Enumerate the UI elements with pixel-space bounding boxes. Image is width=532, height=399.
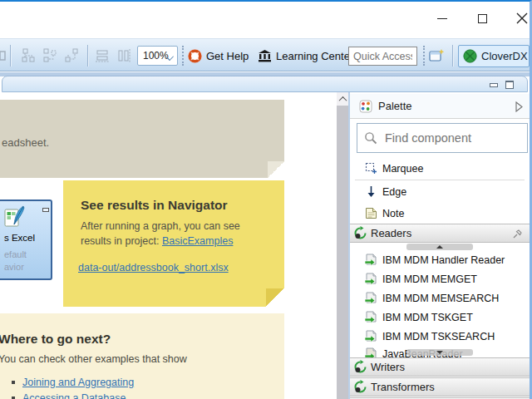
navigator-sticky-note[interactable]: See results in Navigator After running a… [63,180,284,307]
palette-tool-note[interactable]: Note [350,203,530,224]
palette-header[interactable]: Palette [350,94,530,119]
distribute-columns-icon[interactable] [115,47,133,65]
cloverdx-logo-icon [463,49,477,63]
palette-item-reader[interactable]: IBM MDM MEMSEARCH [350,288,530,308]
learning-center-button[interactable]: Learning Center [258,46,353,66]
close-icon [516,12,528,24]
marquee-icon [364,162,377,175]
toolbar-drag-handle [423,46,425,66]
palette-item-reader[interactable]: IBM MDM MEMGET [350,269,530,288]
palette-item-reader[interactable]: IBM MDM TSKGET [350,308,530,327]
toolbar-drag-handle [182,46,184,66]
tan-sticky-note[interactable]: eadsheet. [0,100,284,178]
maximize-icon [478,14,487,23]
quick-access-input[interactable] [348,47,417,66]
palette-tool-marquee[interactable]: Marquee [350,158,530,179]
open-perspective-button[interactable] [427,47,446,65]
file-link-row: data-out/addressbook_short.xlsx [78,262,229,273]
pin-icon[interactable] [512,229,523,239]
toolbar-partial-icon[interactable] [0,47,7,65]
palette-item-reader[interactable]: IBM MDM TSKSEARCH [350,327,530,346]
get-help-button[interactable]: Get Help [188,46,249,66]
scrollbar-thumb[interactable] [337,106,348,399]
section-label: Writers [371,361,405,373]
graph-editor-canvas[interactable]: eadsheet. s Excel efault avior See resul… [0,92,337,399]
view-maximize-icon [505,81,514,89]
palette-tool-label: Marquee [382,163,423,175]
note-title: See results in Navigator [81,198,228,213]
layout-tree-icon[interactable] [20,47,38,65]
palette-item-label: IBM MDM Handler Reader [382,254,505,266]
addressbook-file-link[interactable]: data-out/addressbook_short.xlsx [78,262,229,273]
palette-item-label: IBM MDM TSKSEARCH [382,331,495,342]
toolbar-separator [87,45,89,66]
layout-grid-icon[interactable] [63,47,81,65]
note-icon [364,207,377,219]
where-next-note[interactable]: Where to go next? You can check other ex… [0,313,284,399]
example-links-list: Joining and Aggregating Accessing a Data… [12,377,134,399]
note-body-line2-prefix: results in project: [81,235,162,247]
list-item: Joining and Aggregating [12,377,134,388]
find-component-box[interactable] [357,123,528,153]
transformers-category-icon [353,380,367,394]
palette-separator [355,180,525,180]
component-subtext-2: avior [4,262,24,272]
distribute-rows-icon[interactable] [93,47,111,65]
chevron-right-icon[interactable] [515,101,523,112]
zoom-level-value: 100% [143,50,169,62]
learning-center-label: Learning Center [276,50,353,62]
basic-examples-link[interactable]: BasicExamples [162,235,233,247]
note-folded-corner [266,288,284,307]
palette-tool-label: Note [382,208,404,219]
palette-section-writers[interactable]: Writers [350,357,530,377]
canvas-vertical-scrollbar[interactable] [337,92,348,399]
cloverdx-perspective-label: CloverDX [481,50,528,62]
list-item: Accessing a Database [12,392,134,399]
window-minimize-button[interactable] [430,8,455,28]
palette-tool-label: Edge [382,186,406,198]
reader-icon [364,273,377,285]
palette-item-label: IBM MDM MEMSEARCH [382,293,499,304]
component-subtext-1: efault [4,249,27,259]
bullet-icon [12,381,15,384]
note-title: Where to go next? [0,332,111,347]
triangle-up-icon [436,245,443,249]
find-component-input[interactable] [383,131,516,145]
palette-section-transformers[interactable]: Transformers [350,377,530,397]
section-label: Transformers [371,381,435,393]
application-window: 100% Get Help Learning Center [0,0,532,399]
chevron-up-icon [338,96,347,104]
palette-item-reader[interactable]: IBM MDM Handler Reader [350,250,530,269]
toolbar-separator [452,45,454,66]
view-maximize-button[interactable] [504,80,515,90]
component-port[interactable] [42,208,49,212]
get-help-label: Get Help [206,50,249,62]
main-toolbar: 100% Get Help Learning Center [0,38,530,71]
note-folded-corner [268,161,284,178]
window-close-button[interactable] [510,8,532,28]
reader-icon [364,311,377,323]
accessing-database-link[interactable]: Accessing a Database [22,392,126,399]
minimize-icon [437,18,447,19]
joining-aggregating-link[interactable]: Joining and Aggregating [22,377,134,388]
museum-icon [258,50,272,62]
palette-scroll-up-button[interactable] [406,244,473,250]
window-maximize-button[interactable] [470,8,495,28]
palette-section-readers[interactable]: Readers [350,224,530,243]
writers-category-icon [353,360,367,374]
scrollbar-up-button[interactable] [337,92,348,106]
palette-item-label: IBM MDM MEMGET [382,273,477,285]
title-bar [0,2,530,38]
spreadsheet-writer-component[interactable]: s Excel efault avior [0,200,52,280]
toolbar-separator [10,45,12,66]
palette-scroll-down-button[interactable] [406,349,473,356]
palette-panel: Palette Marquee Edge [348,92,530,399]
note-intro-text: You can check other examples that show [0,353,187,365]
palette-tool-edge[interactable]: Edge [350,181,530,202]
view-minimize-button[interactable] [488,80,500,90]
zoom-level-select[interactable]: 100% [137,46,178,66]
cloverdx-perspective-button[interactable]: CloverDX [458,45,530,67]
readers-category-icon [353,226,367,240]
view-minimize-icon [490,83,498,87]
layout-flow-icon[interactable] [42,47,60,65]
